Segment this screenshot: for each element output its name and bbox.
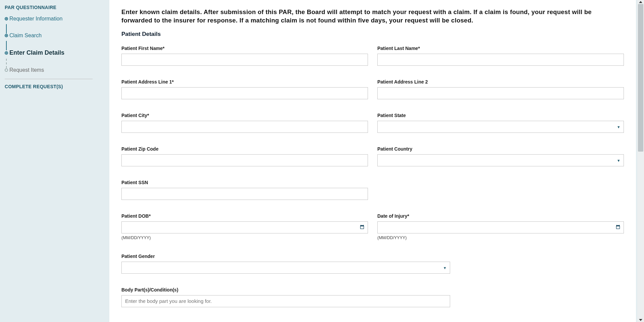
field-dob: Patient DOB (MM/DD/YYYY) bbox=[121, 213, 368, 240]
sidebar: PAR QUESTIONNAIRE Requester Information … bbox=[0, 0, 109, 322]
field-addr1: Patient Address Line 1 bbox=[121, 79, 368, 99]
page-scrollbar[interactable] bbox=[637, 0, 644, 322]
step-bullet-icon bbox=[5, 51, 8, 55]
field-doi: Date of Injury (MM/DD/YYYY) bbox=[377, 213, 624, 240]
hint-dob: (MM/DD/YYYY) bbox=[121, 235, 368, 240]
patient-form: Patient First Name Patient Last Name Pat… bbox=[121, 46, 624, 321]
select-gender[interactable] bbox=[121, 262, 450, 274]
field-city: Patient City bbox=[121, 113, 368, 133]
step-label: Claim Search bbox=[9, 33, 42, 38]
field-ssn: Patient SSN bbox=[121, 180, 368, 200]
input-addr1[interactable] bbox=[121, 87, 368, 99]
section-title-patient: Patient Details bbox=[121, 31, 624, 38]
questionnaire-steps: Requester Information Claim Search Enter… bbox=[5, 13, 105, 75]
field-country: Patient Country ▾ bbox=[377, 146, 624, 166]
scroll-up-icon[interactable] bbox=[639, 1, 642, 3]
field-bodypart: Body Part(s)/Condition(s) bbox=[121, 287, 624, 307]
step-claim-search[interactable]: Claim Search bbox=[5, 30, 105, 41]
input-last-name[interactable] bbox=[377, 54, 624, 66]
label-ssn: Patient SSN bbox=[121, 180, 368, 185]
input-doi[interactable] bbox=[377, 221, 624, 233]
scroll-down-icon[interactable] bbox=[639, 319, 642, 321]
hint-doi: (MM/DD/YYYY) bbox=[377, 235, 624, 240]
label-state: Patient State bbox=[377, 113, 624, 118]
field-first-name: Patient First Name bbox=[121, 46, 368, 66]
scroll-thumb[interactable] bbox=[638, 4, 643, 152]
step-bullet-icon bbox=[5, 17, 8, 20]
label-city: Patient City bbox=[121, 113, 368, 118]
step-enter-claim-details[interactable]: Enter Claim Details bbox=[5, 47, 105, 59]
input-first-name[interactable] bbox=[121, 54, 368, 66]
field-state: Patient State ▾ bbox=[377, 113, 624, 133]
step-request-items[interactable]: Request Items bbox=[5, 65, 105, 75]
input-addr2[interactable] bbox=[377, 87, 624, 99]
label-last-name: Patient Last Name bbox=[377, 46, 624, 51]
step-label: Request Items bbox=[9, 67, 44, 73]
label-gender: Patient Gender bbox=[121, 254, 624, 259]
label-bodypart: Body Part(s)/Condition(s) bbox=[121, 287, 624, 292]
input-city[interactable] bbox=[121, 121, 368, 133]
main-panel: Enter known claim details. After submiss… bbox=[109, 0, 636, 322]
input-dob[interactable] bbox=[121, 221, 368, 233]
instructions-text: Enter known claim details. After submiss… bbox=[121, 8, 624, 25]
sidebar-title: PAR QUESTIONNAIRE bbox=[5, 5, 105, 10]
label-addr1: Patient Address Line 1 bbox=[121, 79, 368, 85]
field-zip: Patient Zip Code bbox=[121, 146, 368, 166]
step-requester-information[interactable]: Requester Information bbox=[5, 13, 105, 24]
field-last-name: Patient Last Name bbox=[377, 46, 624, 66]
input-ssn[interactable] bbox=[121, 188, 368, 200]
select-country[interactable] bbox=[377, 154, 624, 166]
step-label: Requester Information bbox=[9, 16, 62, 21]
sidebar-divider bbox=[5, 79, 93, 79]
label-doi: Date of Injury bbox=[377, 213, 624, 219]
field-addr2: Patient Address Line 2 bbox=[377, 79, 624, 99]
complete-requests-link[interactable]: COMPLETE REQUEST(S) bbox=[5, 84, 105, 89]
field-gender: Patient Gender ▾ bbox=[121, 254, 624, 274]
step-bullet-icon bbox=[5, 34, 8, 37]
input-zip[interactable] bbox=[121, 154, 368, 166]
label-zip: Patient Zip Code bbox=[121, 146, 368, 152]
select-state[interactable] bbox=[377, 121, 624, 133]
label-country: Patient Country bbox=[377, 146, 624, 152]
label-dob: Patient DOB bbox=[121, 213, 368, 219]
label-first-name: Patient First Name bbox=[121, 46, 368, 51]
scroll-track[interactable] bbox=[637, 4, 644, 318]
step-bullet-icon bbox=[5, 68, 8, 72]
input-bodypart[interactable] bbox=[121, 295, 450, 307]
step-label: Enter Claim Details bbox=[9, 49, 64, 56]
label-addr2: Patient Address Line 2 bbox=[377, 79, 624, 85]
